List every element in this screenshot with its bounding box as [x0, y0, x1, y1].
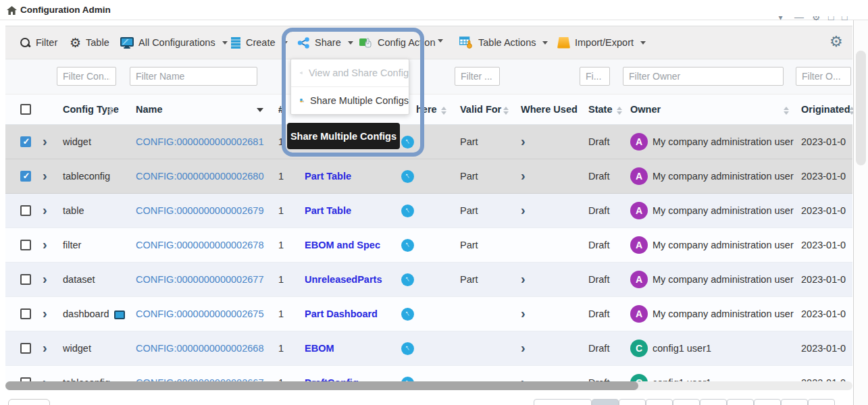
expand-chevron-icon[interactable]	[43, 194, 47, 226]
pagination-button[interactable]	[700, 399, 727, 405]
menu-item-view-and-share-config[interactable]: View and Share Config	[291, 59, 409, 86]
filter-button[interactable]: Filter	[19, 26, 57, 59]
pagination-button[interactable]	[754, 399, 781, 405]
share-dropdown[interactable]: Share	[297, 26, 353, 59]
config-label-link[interactable]: EBOM and Spec	[305, 228, 380, 263]
launch-icon[interactable]	[401, 205, 414, 217]
pagination-button[interactable]	[727, 399, 754, 405]
config-label-link[interactable]: Part Table	[305, 159, 351, 194]
launch-icon[interactable]	[401, 239, 414, 252]
select-all-checkbox[interactable]	[20, 104, 31, 115]
sort-icon[interactable]	[108, 105, 113, 115]
column-hidden-fragment[interactable]: here	[416, 94, 437, 125]
table-row[interactable]: table CONFIG:0000000000002679 1 Part Tab…	[5, 194, 852, 228]
column-valid-for[interactable]: Valid For	[460, 94, 501, 125]
expand-chevron-icon[interactable]	[43, 228, 47, 261]
table-row[interactable]: filter CONFIG:0000000000002678 1 EBOM an…	[5, 228, 852, 263]
filter-owner-input[interactable]	[623, 67, 784, 86]
config-name-link[interactable]: CONFIG:0000000000002679	[136, 194, 263, 228]
pagination-button[interactable]	[673, 399, 700, 405]
row-checkbox[interactable]	[20, 240, 31, 250]
horizontal-scrollbar-thumb[interactable]	[5, 381, 638, 390]
create-dropdown[interactable]: Create	[230, 26, 288, 59]
column-owner[interactable]: Owner	[630, 94, 661, 125]
row-checkbox[interactable]	[20, 343, 31, 354]
config-label-link[interactable]: Part Dashboard	[305, 297, 378, 331]
config-name-link[interactable]: CONFIG:0000000000002678	[136, 228, 263, 263]
config-name-link[interactable]: CONFIG:0000000000002668	[136, 331, 263, 366]
config-name-link[interactable]: CONFIG:0000000000002675	[136, 297, 263, 331]
horizontal-scrollbar[interactable]	[5, 381, 852, 390]
sort-icon[interactable]	[617, 105, 622, 115]
sort-icon[interactable]	[784, 105, 789, 115]
table-row[interactable]: dashboard CONFIG:0000000000002675 1 Part…	[5, 297, 852, 331]
where-used-chevron-icon[interactable]	[521, 331, 526, 364]
table-row[interactable]: widget CONFIG:0000000000002668 1 EBOM Dr…	[5, 331, 852, 366]
config-label-link[interactable]: Part Table	[305, 194, 351, 228]
pagination-button[interactable]	[808, 399, 835, 405]
where-used-chevron-icon[interactable]	[521, 159, 526, 192]
config-action-dropdown[interactable]: Config Action	[359, 26, 435, 59]
sort-descending-icon[interactable]	[257, 108, 263, 112]
row-checkbox[interactable]	[20, 205, 31, 216]
where-used-chevron-icon[interactable]	[521, 263, 526, 295]
pagination-button[interactable]	[646, 399, 673, 405]
expand-chevron-icon[interactable]	[43, 263, 47, 295]
config-name-link[interactable]: CONFIG:0000000000002681	[136, 125, 263, 159]
config-name-link[interactable]: CONFIG:0000000000002677	[136, 263, 263, 297]
filter-name-input[interactable]	[130, 67, 257, 86]
expand-chevron-icon[interactable]	[43, 331, 47, 364]
launch-icon[interactable]	[401, 308, 414, 321]
launch-icon[interactable]	[401, 170, 414, 183]
vertical-scrollbar[interactable]	[853, 20, 868, 405]
filter-config-type-input[interactable]	[57, 67, 116, 86]
column-where-used[interactable]: Where Used	[521, 94, 578, 125]
where-used-chevron-icon[interactable]	[521, 194, 526, 226]
row-checkbox[interactable]	[20, 308, 31, 319]
sort-icon[interactable]	[503, 105, 509, 115]
valid-for-cell: Part	[460, 194, 478, 228]
launch-icon[interactable]	[401, 273, 414, 286]
column-state[interactable]: State	[588, 94, 612, 125]
all-configurations-dropdown[interactable]: All Configurations	[120, 26, 228, 59]
pagination-button[interactable]	[781, 399, 808, 405]
where-used-chevron-icon[interactable]	[521, 297, 526, 329]
expand-chevron-icon[interactable]	[43, 159, 47, 192]
pagination-button-active[interactable]	[592, 399, 619, 405]
chevron-down-icon	[348, 41, 353, 45]
column-originated[interactable]: Originated	[801, 94, 850, 125]
chevron-down-icon[interactable]	[438, 39, 443, 43]
column-count[interactable]: #	[278, 94, 284, 125]
config-label-link[interactable]: UnreleasedParts	[305, 263, 382, 297]
filter-state-input[interactable]	[580, 67, 610, 86]
bottom-left-button[interactable]	[8, 399, 50, 405]
table-actions-dropdown[interactable]: Table Actions	[459, 26, 548, 59]
home-icon[interactable]	[7, 5, 17, 18]
import-export-dropdown[interactable]: Import/Export	[557, 26, 646, 59]
expand-chevron-icon[interactable]	[43, 125, 47, 157]
table-row[interactable]: dataset CONFIG:0000000000002677 1 Unrele…	[5, 263, 852, 297]
pagination-button[interactable]	[534, 399, 592, 405]
config-name-link[interactable]: CONFIG:0000000000002680	[136, 159, 263, 194]
column-name[interactable]: Name	[136, 94, 163, 125]
row-checkbox[interactable]	[20, 171, 31, 182]
menu-item-share-multiple-configs[interactable]: Share Multiple Configs	[291, 87, 409, 114]
row-checkbox[interactable]	[20, 136, 31, 147]
table-row[interactable]: widget CONFIG:0000000000002681 1 Part Dr…	[5, 125, 852, 159]
vertical-scrollbar-thumb[interactable]	[856, 51, 866, 165]
table-button[interactable]: Table	[70, 26, 109, 59]
owner-cell: My company administration user	[653, 159, 794, 194]
launch-icon[interactable]	[401, 136, 414, 148]
filter-originated-input[interactable]	[796, 67, 851, 86]
table-row[interactable]: tableconfig CONFIG:0000000000002680 1 Pa…	[5, 159, 852, 194]
expand-chevron-icon[interactable]	[43, 297, 47, 329]
where-used-chevron-icon[interactable]	[521, 125, 526, 157]
row-checkbox[interactable]	[20, 274, 31, 285]
config-label-link[interactable]: EBOM	[305, 331, 334, 366]
sort-icon[interactable]	[441, 105, 446, 115]
settings-gear-icon[interactable]	[829, 33, 843, 51]
filter-valid-for-input[interactable]	[455, 67, 500, 86]
pagination-button[interactable]	[619, 399, 646, 405]
table-actions-icon	[459, 36, 474, 49]
launch-icon[interactable]	[401, 342, 414, 355]
